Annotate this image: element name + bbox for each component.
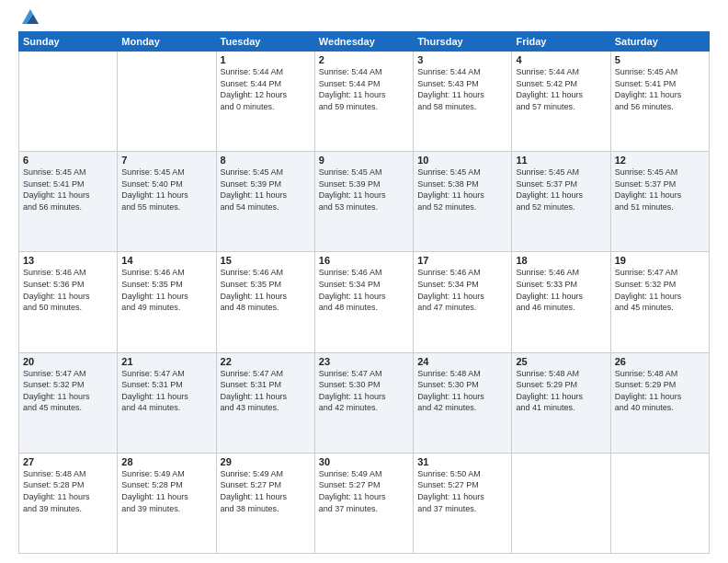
calendar-header-saturday: Saturday	[610, 32, 709, 52]
day-info: Sunrise: 5:49 AM Sunset: 5:27 PM Dayligh…	[319, 468, 409, 514]
calendar-cell: 29Sunrise: 5:49 AM Sunset: 5:27 PM Dayli…	[216, 453, 314, 553]
calendar-cell: 15Sunrise: 5:46 AM Sunset: 5:35 PM Dayli…	[216, 252, 314, 352]
day-number: 3	[417, 54, 507, 65]
calendar-cell: 17Sunrise: 5:46 AM Sunset: 5:34 PM Dayli…	[414, 252, 512, 352]
day-info: Sunrise: 5:46 AM Sunset: 5:36 PM Dayligh…	[23, 267, 113, 313]
day-number: 29	[221, 456, 311, 467]
logo-icon	[20, 7, 40, 28]
calendar-cell: 19Sunrise: 5:47 AM Sunset: 5:32 PM Dayli…	[610, 252, 709, 352]
day-number: 4	[516, 54, 606, 65]
calendar-cell: 14Sunrise: 5:46 AM Sunset: 5:35 PM Dayli…	[118, 252, 216, 352]
calendar-cell: 9Sunrise: 5:45 AM Sunset: 5:39 PM Daylig…	[314, 152, 413, 252]
calendar-cell: 4Sunrise: 5:44 AM Sunset: 5:42 PM Daylig…	[512, 52, 610, 152]
day-info: Sunrise: 5:47 AM Sunset: 5:31 PM Dayligh…	[121, 368, 211, 414]
calendar-cell: 30Sunrise: 5:49 AM Sunset: 5:27 PM Dayli…	[314, 453, 413, 553]
day-number: 24	[417, 356, 507, 367]
day-info: Sunrise: 5:45 AM Sunset: 5:38 PM Dayligh…	[417, 167, 507, 213]
day-number: 27	[23, 456, 113, 467]
day-info: Sunrise: 5:47 AM Sunset: 5:31 PM Dayligh…	[221, 368, 311, 414]
day-number: 7	[121, 155, 211, 166]
logo	[18, 15, 40, 24]
day-number: 21	[121, 356, 211, 367]
day-info: Sunrise: 5:46 AM Sunset: 5:35 PM Dayligh…	[121, 267, 211, 313]
calendar-cell	[19, 52, 118, 152]
day-number: 5	[615, 54, 705, 65]
day-number: 31	[417, 456, 507, 467]
calendar-cell: 20Sunrise: 5:47 AM Sunset: 5:32 PM Dayli…	[19, 352, 118, 453]
day-info: Sunrise: 5:45 AM Sunset: 5:39 PM Dayligh…	[319, 167, 409, 213]
calendar-cell: 7Sunrise: 5:45 AM Sunset: 5:40 PM Daylig…	[118, 152, 216, 252]
day-number: 10	[417, 155, 507, 166]
day-info: Sunrise: 5:50 AM Sunset: 5:27 PM Dayligh…	[417, 468, 507, 514]
calendar-cell: 11Sunrise: 5:45 AM Sunset: 5:37 PM Dayli…	[512, 152, 610, 252]
day-info: Sunrise: 5:46 AM Sunset: 5:33 PM Dayligh…	[516, 267, 606, 313]
calendar-week-row: 27Sunrise: 5:48 AM Sunset: 5:28 PM Dayli…	[19, 453, 710, 553]
day-number: 8	[221, 155, 311, 166]
day-info: Sunrise: 5:47 AM Sunset: 5:30 PM Dayligh…	[319, 368, 409, 414]
calendar-cell: 1Sunrise: 5:44 AM Sunset: 5:44 PM Daylig…	[216, 52, 314, 152]
calendar-cell: 6Sunrise: 5:45 AM Sunset: 5:41 PM Daylig…	[19, 152, 118, 252]
calendar-header-monday: Monday	[118, 32, 216, 52]
day-info: Sunrise: 5:45 AM Sunset: 5:41 PM Dayligh…	[23, 167, 113, 213]
day-number: 19	[615, 255, 705, 266]
calendar-table: SundayMondayTuesdayWednesdayThursdayFrid…	[18, 31, 710, 554]
day-info: Sunrise: 5:44 AM Sunset: 5:44 PM Dayligh…	[319, 66, 409, 112]
calendar-cell: 5Sunrise: 5:45 AM Sunset: 5:41 PM Daylig…	[610, 52, 709, 152]
day-info: Sunrise: 5:46 AM Sunset: 5:34 PM Dayligh…	[319, 267, 409, 313]
day-info: Sunrise: 5:48 AM Sunset: 5:29 PM Dayligh…	[615, 368, 705, 414]
calendar-cell: 26Sunrise: 5:48 AM Sunset: 5:29 PM Dayli…	[610, 352, 709, 453]
day-number: 28	[121, 456, 211, 467]
day-info: Sunrise: 5:47 AM Sunset: 5:32 PM Dayligh…	[615, 267, 705, 313]
day-number: 17	[417, 255, 507, 266]
calendar-cell: 12Sunrise: 5:45 AM Sunset: 5:37 PM Dayli…	[610, 152, 709, 252]
calendar-header-thursday: Thursday	[414, 32, 512, 52]
calendar-cell: 3Sunrise: 5:44 AM Sunset: 5:43 PM Daylig…	[414, 52, 512, 152]
day-info: Sunrise: 5:45 AM Sunset: 5:40 PM Dayligh…	[121, 167, 211, 213]
page: SundayMondayTuesdayWednesdayThursdayFrid…	[0, 0, 728, 563]
day-number: 18	[516, 255, 606, 266]
calendar-header-sunday: Sunday	[19, 32, 118, 52]
day-info: Sunrise: 5:45 AM Sunset: 5:37 PM Dayligh…	[615, 167, 705, 213]
header	[18, 15, 710, 24]
day-info: Sunrise: 5:45 AM Sunset: 5:39 PM Dayligh…	[221, 167, 311, 213]
calendar-cell: 28Sunrise: 5:49 AM Sunset: 5:28 PM Dayli…	[118, 453, 216, 553]
day-info: Sunrise: 5:48 AM Sunset: 5:30 PM Dayligh…	[417, 368, 507, 414]
calendar-cell: 22Sunrise: 5:47 AM Sunset: 5:31 PM Dayli…	[216, 352, 314, 453]
calendar-cell	[610, 453, 709, 553]
day-number: 12	[615, 155, 705, 166]
calendar-header-tuesday: Tuesday	[216, 32, 314, 52]
day-info: Sunrise: 5:44 AM Sunset: 5:44 PM Dayligh…	[221, 66, 311, 112]
calendar-cell: 13Sunrise: 5:46 AM Sunset: 5:36 PM Dayli…	[19, 252, 118, 352]
calendar-week-row: 13Sunrise: 5:46 AM Sunset: 5:36 PM Dayli…	[19, 252, 710, 352]
day-number: 13	[23, 255, 113, 266]
calendar-cell: 18Sunrise: 5:46 AM Sunset: 5:33 PM Dayli…	[512, 252, 610, 352]
calendar-cell: 23Sunrise: 5:47 AM Sunset: 5:30 PM Dayli…	[314, 352, 413, 453]
calendar-cell: 8Sunrise: 5:45 AM Sunset: 5:39 PM Daylig…	[216, 152, 314, 252]
day-info: Sunrise: 5:48 AM Sunset: 5:28 PM Dayligh…	[23, 468, 113, 514]
calendar-header-wednesday: Wednesday	[314, 32, 413, 52]
day-info: Sunrise: 5:46 AM Sunset: 5:34 PM Dayligh…	[417, 267, 507, 313]
calendar-cell: 10Sunrise: 5:45 AM Sunset: 5:38 PM Dayli…	[414, 152, 512, 252]
day-number: 26	[615, 356, 705, 367]
calendar-cell: 27Sunrise: 5:48 AM Sunset: 5:28 PM Dayli…	[19, 453, 118, 553]
calendar-cell: 24Sunrise: 5:48 AM Sunset: 5:30 PM Dayli…	[414, 352, 512, 453]
calendar-cell: 16Sunrise: 5:46 AM Sunset: 5:34 PM Dayli…	[314, 252, 413, 352]
calendar-cell: 25Sunrise: 5:48 AM Sunset: 5:29 PM Dayli…	[512, 352, 610, 453]
day-info: Sunrise: 5:49 AM Sunset: 5:27 PM Dayligh…	[221, 468, 311, 514]
calendar-week-row: 6Sunrise: 5:45 AM Sunset: 5:41 PM Daylig…	[19, 152, 710, 252]
day-number: 22	[221, 356, 311, 367]
day-number: 2	[319, 54, 409, 65]
day-number: 30	[319, 456, 409, 467]
day-number: 23	[319, 356, 409, 367]
day-info: Sunrise: 5:48 AM Sunset: 5:29 PM Dayligh…	[516, 368, 606, 414]
day-number: 16	[319, 255, 409, 266]
calendar-header-row: SundayMondayTuesdayWednesdayThursdayFrid…	[19, 32, 710, 52]
calendar-week-row: 1Sunrise: 5:44 AM Sunset: 5:44 PM Daylig…	[19, 52, 710, 152]
day-info: Sunrise: 5:45 AM Sunset: 5:37 PM Dayligh…	[516, 167, 606, 213]
day-number: 1	[221, 54, 311, 65]
calendar-cell	[512, 453, 610, 553]
day-number: 14	[121, 255, 211, 266]
calendar-cell: 2Sunrise: 5:44 AM Sunset: 5:44 PM Daylig…	[314, 52, 413, 152]
calendar-cell	[118, 52, 216, 152]
day-number: 6	[23, 155, 113, 166]
